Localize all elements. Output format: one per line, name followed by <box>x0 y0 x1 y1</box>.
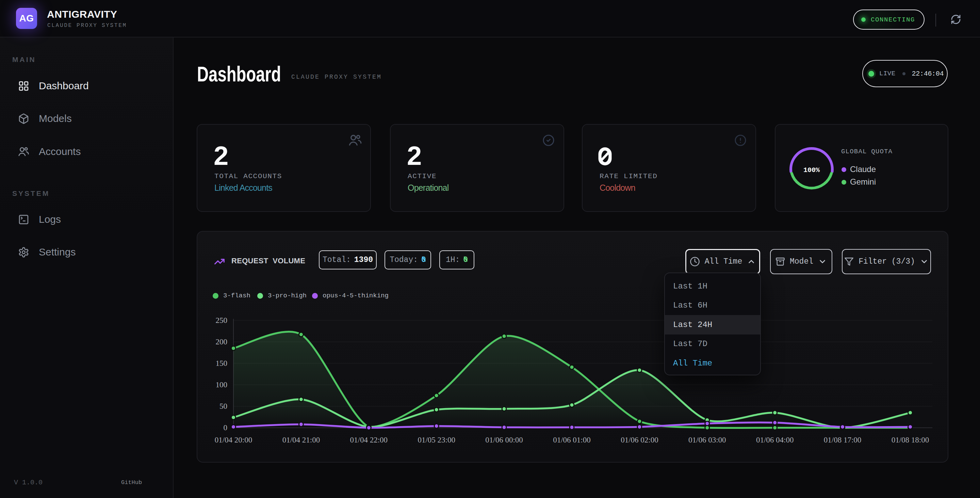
svg-text:01/08 18:00: 01/08 18:00 <box>891 436 929 444</box>
svg-text:01/04 22:00: 01/04 22:00 <box>350 436 388 444</box>
svg-text:200: 200 <box>216 338 228 346</box>
svg-text:01/04 20:00: 01/04 20:00 <box>215 436 253 444</box>
svg-text:100%: 100% <box>803 166 820 174</box>
svg-text:250: 250 <box>216 316 228 325</box>
svg-text:150: 150 <box>216 359 228 367</box>
svg-text:01/06 00:00: 01/06 00:00 <box>485 436 523 444</box>
svg-text:01/05 23:00: 01/05 23:00 <box>417 436 455 444</box>
svg-text:01/08 17:00: 01/08 17:00 <box>824 436 862 444</box>
svg-text:01/06 03:00: 01/06 03:00 <box>688 436 726 444</box>
svg-text:50: 50 <box>220 402 227 410</box>
svg-text:100: 100 <box>216 380 228 389</box>
svg-text:01/06 01:00: 01/06 01:00 <box>553 436 591 444</box>
svg-text:01/04 21:00: 01/04 21:00 <box>282 436 320 444</box>
svg-text:01/06 02:00: 01/06 02:00 <box>620 436 659 444</box>
svg-text:0: 0 <box>224 423 228 432</box>
svg-text:01/06 04:00: 01/06 04:00 <box>756 436 794 444</box>
